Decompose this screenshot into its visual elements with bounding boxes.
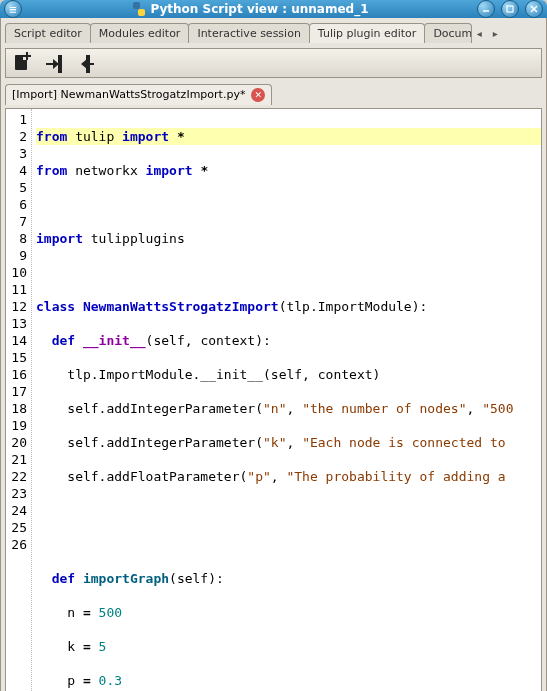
main-tabbar: Script editor Modules editor Interactive… — [5, 22, 542, 44]
svg-rect-1 — [138, 9, 145, 16]
file-tab[interactable]: [Import] NewmanWattsStrogatzImport.py* ✕ — [5, 84, 272, 105]
window-title: Python Script view : unnamed_1 — [151, 2, 369, 16]
tab-scroll-right-icon[interactable]: ▸ — [487, 25, 503, 41]
svg-rect-3 — [507, 6, 513, 12]
tab-interactive-session[interactable]: Interactive session — [188, 23, 309, 43]
editor-toolbar — [5, 48, 542, 78]
window-title-wrap: Python Script view : unnamed_1 — [28, 1, 471, 17]
tab-documentation[interactable]: Docum — [424, 23, 472, 43]
code-editor[interactable]: 1234567891011121314151617181920212223242… — [5, 108, 542, 691]
tab-modules-editor[interactable]: Modules editor — [90, 23, 190, 43]
new-file-button[interactable] — [10, 51, 34, 75]
line-gutter: 1234567891011121314151617181920212223242… — [6, 109, 32, 691]
minimize-button[interactable] — [477, 0, 495, 18]
svg-rect-0 — [133, 2, 140, 9]
svg-rect-10 — [58, 55, 62, 73]
import-icon — [43, 52, 65, 74]
window-menu-button[interactable]: ≡ — [4, 0, 22, 18]
new-file-icon — [11, 52, 33, 74]
import-file-button[interactable] — [42, 51, 66, 75]
file-tab-close-icon[interactable]: ✕ — [251, 88, 265, 102]
tab-script-editor[interactable]: Script editor — [5, 23, 91, 43]
maximize-button[interactable] — [501, 0, 519, 18]
code-lines[interactable]: from tulip import * from networkx import… — [32, 109, 541, 691]
window-body: Script editor Modules editor Interactive… — [0, 18, 547, 691]
file-tab-label: [Import] NewmanWattsStrogatzImport.py* — [12, 88, 245, 101]
tab-tulip-plugin-editor[interactable]: Tulip plugin editor — [309, 23, 426, 43]
python-icon — [131, 1, 147, 17]
window-titlebar: ≡ Python Script view : unnamed_1 — [0, 0, 547, 18]
tab-scroll-left-icon[interactable]: ◂ — [471, 25, 487, 41]
file-tab-row: [Import] NewmanWattsStrogatzImport.py* ✕ — [5, 82, 542, 104]
save-icon — [75, 52, 97, 74]
close-button[interactable] — [525, 0, 543, 18]
save-file-button[interactable] — [74, 51, 98, 75]
